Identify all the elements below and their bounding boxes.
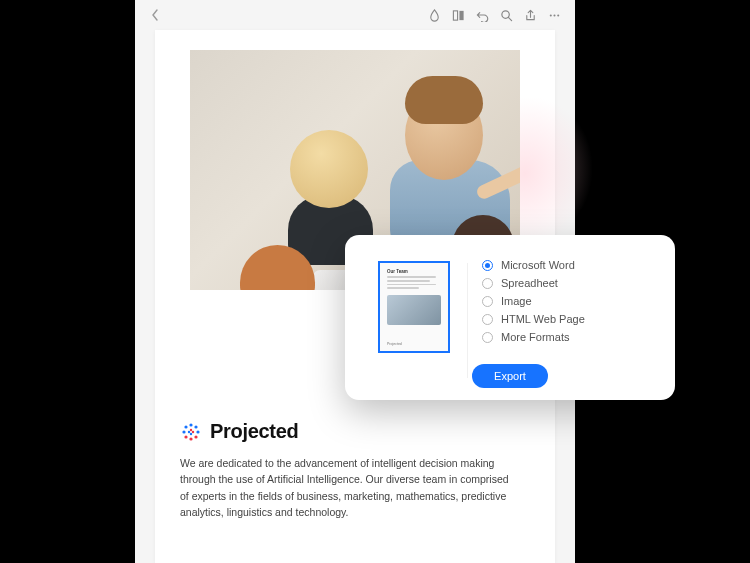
share-tool-button[interactable]: [519, 4, 541, 26]
radio-icon: [482, 278, 493, 289]
export-option-spreadsheet[interactable]: Spreadheet: [482, 277, 657, 289]
brand-name: Projected: [210, 420, 298, 443]
export-option-html[interactable]: HTML Web Page: [482, 313, 657, 325]
panel-divider: [467, 263, 468, 378]
svg-point-13: [182, 430, 185, 433]
svg-point-8: [194, 425, 197, 428]
thumbnail-footer: Projected: [387, 342, 402, 346]
svg-point-15: [190, 428, 192, 430]
option-label: Image: [501, 295, 532, 307]
svg-point-17: [190, 432, 192, 434]
svg-point-9: [196, 430, 199, 433]
option-label: HTML Web Page: [501, 313, 585, 325]
svg-point-16: [192, 430, 194, 432]
svg-point-10: [194, 435, 197, 438]
back-button[interactable]: [145, 5, 165, 25]
more-tool-button[interactable]: [543, 4, 565, 26]
svg-point-4: [549, 14, 551, 16]
share-icon: [524, 9, 537, 22]
drop-icon: [428, 9, 441, 22]
radio-icon: [482, 314, 493, 325]
chevron-left-icon: [150, 8, 160, 22]
search-icon: [500, 9, 513, 22]
brand-logo-icon: [180, 421, 202, 443]
option-label: More Formats: [501, 331, 569, 343]
top-toolbar: [135, 0, 575, 30]
panels-icon: [452, 9, 465, 22]
option-label: Spreadheet: [501, 277, 558, 289]
thumbnail-title: Our Team: [387, 269, 441, 274]
svg-point-7: [189, 423, 192, 426]
svg-point-11: [189, 437, 192, 440]
radio-icon: [482, 296, 493, 307]
radio-icon: [482, 260, 493, 271]
export-thumbnail[interactable]: Our Team Projected: [378, 261, 450, 353]
svg-point-5: [553, 14, 555, 16]
export-option-word[interactable]: Microsoft Word: [482, 259, 657, 271]
svg-rect-0: [453, 10, 457, 19]
svg-point-12: [184, 435, 187, 438]
panels-tool-button[interactable]: [447, 4, 469, 26]
undo-icon: [476, 9, 489, 22]
export-option-image[interactable]: Image: [482, 295, 657, 307]
export-panel: Our Team Projected Microsoft Word Spread…: [345, 235, 675, 400]
svg-point-6: [557, 14, 559, 16]
svg-rect-1: [459, 10, 463, 19]
document-body-text: We are dedicated to the advancement of i…: [180, 455, 510, 520]
search-tool-button[interactable]: [495, 4, 517, 26]
svg-point-14: [184, 425, 187, 428]
option-label: Microsoft Word: [501, 259, 575, 271]
radio-icon: [482, 332, 493, 343]
export-button[interactable]: Export: [472, 364, 548, 388]
more-icon: [548, 9, 561, 22]
undo-tool-button[interactable]: [471, 4, 493, 26]
svg-point-18: [188, 430, 190, 432]
svg-line-3: [508, 17, 511, 20]
brand-row: Projected: [180, 420, 530, 443]
export-option-more[interactable]: More Formats: [482, 331, 657, 343]
color-tool-button[interactable]: [423, 4, 445, 26]
